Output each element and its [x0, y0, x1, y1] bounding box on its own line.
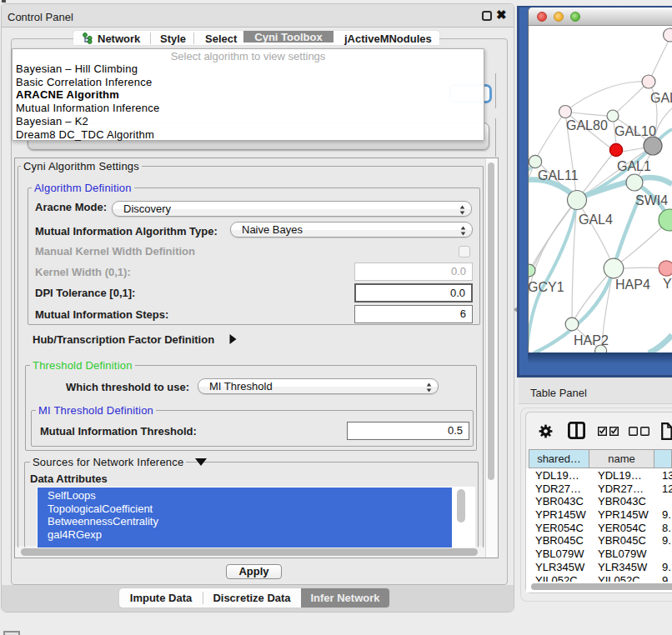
svg-text:GAL10: GAL10 — [614, 124, 656, 138]
svg-text:GAL80: GAL80 — [566, 118, 608, 132]
svg-text:GAL7: GAL7 — [650, 91, 672, 105]
svg-text:GAL11: GAL11 — [538, 168, 579, 182]
svg-text:HAP4: HAP4 — [615, 278, 650, 292]
svg-text:GAL4: GAL4 — [579, 212, 613, 227]
svg-text:GAL1: GAL1 — [617, 159, 651, 173]
svg-text:HAP2: HAP2 — [574, 333, 609, 348]
svg-text:GCY1: GCY1 — [529, 280, 564, 294]
svg-text:Y: Y — [663, 277, 672, 291]
svg-text:SWI4: SWI4 — [635, 193, 668, 208]
